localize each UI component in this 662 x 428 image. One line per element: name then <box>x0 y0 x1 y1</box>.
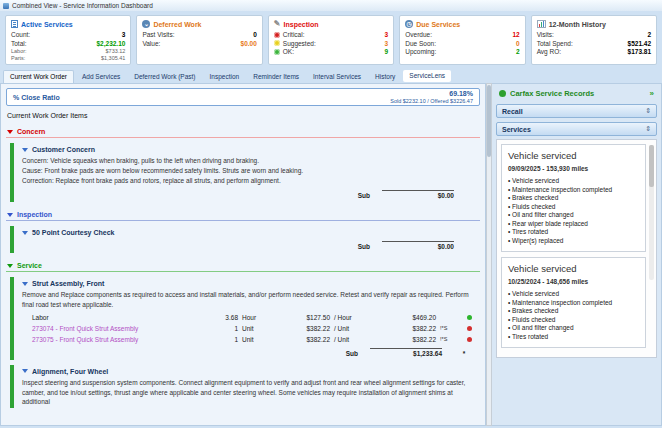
table-row-part[interactable]: 273075 - Front Quick Strut Assembly 1 Un… <box>22 336 476 343</box>
accordion-services[interactable]: Services ⇕ <box>496 122 657 136</box>
tab-servicelens[interactable]: ServiceLens <box>403 70 451 82</box>
summary-cards-row: Active Services Count:3 Total:$2,232.10 … <box>0 11 662 69</box>
close-ratio-label: % Close Ratio <box>13 94 60 101</box>
service-description: Inspect steering and suspension system c… <box>22 378 476 407</box>
row-rate-unit: / Unit <box>334 336 374 343</box>
item-title: 50 Point Courtesy Check <box>32 229 114 236</box>
labor-value: $733.12 <box>106 48 126 54</box>
tab-inspection[interactable]: Inspection <box>204 71 246 83</box>
sub-flag: * <box>454 350 474 357</box>
collapse-triangle-icon[interactable] <box>22 231 28 235</box>
record-items: Vehicle servicedMaintenance inspection c… <box>508 290 639 340</box>
history-chart-icon <box>537 20 546 28</box>
suggested-value: 3 <box>385 40 389 47</box>
row-total: $469.20 <box>378 314 436 321</box>
card-title: 12-Month History <box>549 21 606 28</box>
card-active-services[interactable]: Active Services Count:3 Total:$2,232.10 … <box>5 15 131 65</box>
collapse-panel-icon[interactable]: » <box>650 89 654 98</box>
tab-bar: Current Work Order Add Services Deferred… <box>0 69 662 83</box>
section-concern[interactable]: Concern <box>6 126 480 138</box>
sub-value: $0.00 <box>382 190 454 199</box>
row-total: $382.22 <box>378 336 436 343</box>
collapse-triangle-icon <box>7 130 13 134</box>
due-services-icon: ◷ <box>405 20 413 28</box>
concern-lines: Concern: Vehicle squeaks when braking, p… <box>22 156 476 185</box>
expander-toggle-icon[interactable]: ⇕ <box>645 107 651 115</box>
row-qty: 3.68 <box>208 314 238 321</box>
accordion-label: Services <box>502 126 531 133</box>
row-flags: !*S <box>440 325 458 331</box>
tab-current-work-order[interactable]: Current Work Order <box>3 70 74 83</box>
title-bar: Combined View - Service Information Dash… <box>0 0 662 11</box>
section-inspection[interactable]: Inspection <box>6 209 480 221</box>
overdue-value: 12 <box>512 31 519 38</box>
tab-reminder-items[interactable]: Reminder Items <box>247 71 305 83</box>
card-deferred-work[interactable]: ⌄Deferred Work Past Visits:0 Value:$0.00 <box>136 15 262 65</box>
item-title: Customer Concern <box>32 146 95 153</box>
collapse-triangle-icon[interactable] <box>22 369 28 373</box>
critical-label: Critical: <box>283 31 305 38</box>
tab-history[interactable]: History <box>369 71 401 83</box>
section-title: Service <box>17 262 42 269</box>
table-row-labor[interactable]: Labor 3.68 Hour $127.50 / Hour $469.20 <box>22 314 476 321</box>
labor-label: Labor: <box>11 48 27 54</box>
card-due-services[interactable]: ◷Due Services Overdue:12 Due Soon:0 Upco… <box>399 15 525 65</box>
record-title: Vehicle serviced <box>508 150 639 161</box>
scrollbar-thumb[interactable] <box>649 145 654 187</box>
collapse-triangle-icon[interactable] <box>22 282 28 286</box>
record-date: 09/09/2025 - 153,930 miles <box>508 165 639 172</box>
total-spend-label: Total Spend: <box>537 40 573 47</box>
tab-interval-services[interactable]: Interval Services <box>307 71 367 83</box>
row-rate: $382.22 <box>280 336 330 343</box>
section-service[interactable]: Service <box>6 260 480 272</box>
carfax-scrollbar[interactable] <box>649 145 654 280</box>
service-record-card[interactable]: Vehicle serviced 09/09/2025 - 153,930 mi… <box>501 144 646 252</box>
collapse-triangle-icon <box>7 264 13 268</box>
card-12-month-history[interactable]: 12-Month History Visits:2 Total Spend:$5… <box>531 15 657 65</box>
card-inspection[interactable]: ✎Inspection Critical:3 Suggested:3 OK:9 <box>268 15 394 65</box>
carfax-services-list: Vehicle serviced 09/09/2025 - 153,930 mi… <box>496 139 657 358</box>
tab-deferred-work-past[interactable]: Deferred Work (Past) <box>128 71 201 83</box>
table-row-part[interactable]: 273074 - Front Quick Strut Assembly 1 Un… <box>22 325 476 332</box>
inspection-wrench-icon: ✎ <box>274 20 281 28</box>
deferred-work-icon: ⌄ <box>142 20 150 28</box>
row-rate: $382.22 <box>280 325 330 332</box>
row-rate-unit: / Unit <box>334 325 374 332</box>
tab-add-services[interactable]: Add Services <box>76 71 126 83</box>
part-link[interactable]: 273075 - Front Quick Strut Assembly <box>22 336 204 343</box>
sub-label: Sub <box>358 243 370 250</box>
value-value: $0.00 <box>241 40 257 47</box>
total-value: $2,232.10 <box>96 40 125 47</box>
carfax-title: Carfax Service Records <box>510 89 594 98</box>
item-customer-concern[interactable]: Customer Concern Concern: Vehicle squeak… <box>10 143 480 202</box>
count-value: 3 <box>122 31 126 38</box>
avg-ro-label: Avg RO: <box>537 48 561 55</box>
item-alignment-four-wheel[interactable]: Alignment, Four Wheel Inspect steering a… <box>10 365 480 408</box>
ok-icon <box>274 49 280 55</box>
scrollbar-thumb[interactable] <box>487 85 491 157</box>
close-ratio-bar: % Close Ratio 69.18% Sold $2232.10 / Off… <box>6 88 480 106</box>
item-courtesy-check[interactable]: 50 Point Courtesy Check Sub$0.00 <box>10 226 480 253</box>
accordion-recall[interactable]: Recall ⇕ <box>496 104 657 118</box>
row-name: Labor <box>22 314 204 321</box>
total-label: Total: <box>11 40 27 47</box>
item-title: Strut Assembly, Front <box>32 280 104 287</box>
part-link[interactable]: 273074 - Front Quick Strut Assembly <box>22 325 204 332</box>
collapse-triangle-icon[interactable] <box>22 148 28 152</box>
status-dot-red-icon <box>467 337 472 342</box>
section-title: Concern <box>17 128 45 135</box>
past-visits-label: Past Visits: <box>142 31 174 38</box>
record-date: 10/25/2024 - 148,656 miles <box>508 278 639 285</box>
record-title: Vehicle serviced <box>508 263 639 274</box>
sub-value: $0.00 <box>382 241 454 250</box>
active-services-icon <box>11 20 18 28</box>
expander-toggle-icon[interactable]: ⇕ <box>645 125 651 133</box>
card-title: Deferred Work <box>153 21 201 28</box>
status-dot-green-icon <box>467 315 472 320</box>
due-soon-label: Due Soon: <box>405 40 436 47</box>
upcoming-value: 2 <box>516 48 520 55</box>
status-dot-red-icon <box>467 326 472 331</box>
service-record-card[interactable]: Vehicle serviced 10/25/2024 - 148,656 mi… <box>501 257 646 348</box>
item-strut-assembly-front[interactable]: Strut Assembly, Front Remove and Replace… <box>10 277 480 360</box>
parts-value: $1,305.41 <box>101 55 125 61</box>
